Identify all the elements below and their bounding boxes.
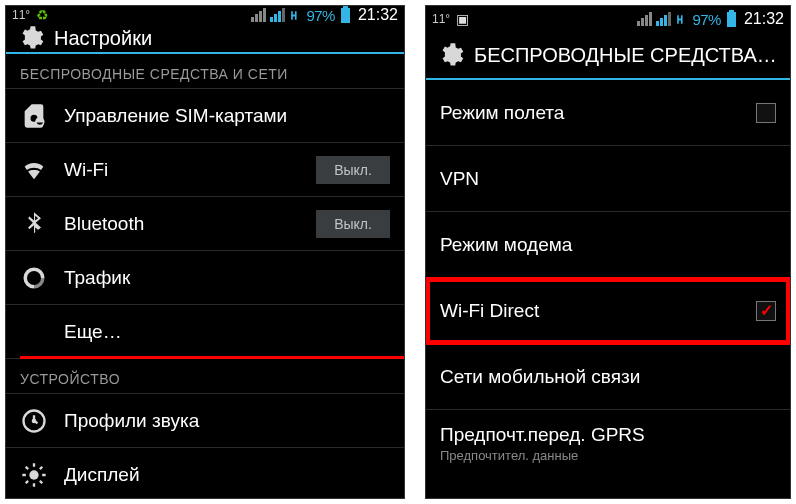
status-bar: 11° ♻ 97% 21:32 <box>6 6 404 24</box>
section-device: УСТРОЙСТВО <box>6 359 404 394</box>
section-wireless: БЕСПРОВОДНЫЕ СРЕДСТВА И СЕТИ <box>6 54 404 89</box>
sim-card-icon <box>20 102 48 130</box>
wifi-toggle[interactable]: Выкл. <box>316 156 390 184</box>
bluetooth-toggle[interactable]: Выкл. <box>316 210 390 238</box>
page-title: Настройки <box>54 27 152 50</box>
temperature: 11° <box>12 8 30 22</box>
item-sublabel: Предпочтител. данные <box>440 448 776 463</box>
item-more[interactable]: Еще… <box>6 305 404 359</box>
settings-gear-icon <box>436 41 464 69</box>
item-display[interactable]: Дисплей <box>6 448 404 499</box>
notification-recycle-icon: ♻ <box>36 8 49 22</box>
item-bluetooth[interactable]: Bluetooth Выкл. <box>6 197 404 251</box>
more-wireless-list: Режим полета VPN Режим модема Wi-Fi Dire… <box>426 80 790 476</box>
item-label: Сети мобильной связи <box>440 366 776 388</box>
svg-point-2 <box>32 418 37 423</box>
settings-list: БЕСПРОВОДНЫЕ СРЕДСТВА И СЕТИ Управление … <box>6 54 404 499</box>
item-label: Предпочт.перед. GPRS <box>440 424 776 446</box>
airplane-checkbox[interactable] <box>756 103 776 123</box>
screenshot-wireless-more: 11° ▣ 97% 21:32 БЕСПРОВОДНЫЕ СРЕДСТВА И … <box>425 5 791 499</box>
page-title: БЕСПРОВОДНЫЕ СРЕДСТВА И СЕ… <box>474 44 780 67</box>
item-label: Управление SIM-картами <box>64 105 390 127</box>
signal-sim1-icon <box>251 8 266 22</box>
item-label: Дисплей <box>64 464 390 486</box>
status-bar: 11° ▣ 97% 21:32 <box>426 6 790 32</box>
item-sound-profiles[interactable]: Профили звука <box>6 394 404 448</box>
item-label: Профили звука <box>64 410 390 432</box>
action-bar: БЕСПРОВОДНЫЕ СРЕДСТВА И СЕ… <box>426 32 790 80</box>
item-label: Режим полета <box>440 102 740 124</box>
item-wifi-direct[interactable]: Wi-Fi Direct <box>426 278 790 344</box>
item-airplane-mode[interactable]: Режим полета <box>426 80 790 146</box>
temperature: 11° <box>432 12 450 26</box>
battery-percent: 97% <box>692 11 721 28</box>
clock: 21:32 <box>744 10 784 28</box>
item-label: Wi-Fi Direct <box>440 300 740 322</box>
item-label: Режим модема <box>440 234 776 256</box>
sound-profiles-icon <box>20 407 48 435</box>
item-mobile-networks[interactable]: Сети мобильной связи <box>426 344 790 410</box>
clock: 21:32 <box>358 6 398 24</box>
action-bar: Настройки <box>6 24 404 54</box>
signal-sim2-icon <box>656 12 671 26</box>
data-hsdpa-icon <box>289 9 302 22</box>
item-label: Трафик <box>64 267 390 289</box>
wifi-direct-checkbox[interactable] <box>756 301 776 321</box>
signal-sim1-icon <box>637 12 652 26</box>
item-tethering[interactable]: Режим модема <box>426 212 790 278</box>
screenshot-settings-main: 11° ♻ 97% 21:32 Настройки БЕСПРОВОДНЫЕ С… <box>5 5 405 499</box>
item-data-usage[interactable]: Трафик <box>6 251 404 305</box>
battery-icon <box>727 12 736 27</box>
item-vpn[interactable]: VPN <box>426 146 790 212</box>
wifi-icon <box>20 156 48 184</box>
item-label: Bluetooth <box>64 213 300 235</box>
signal-sim2-icon <box>270 8 285 22</box>
item-label: Еще… <box>64 321 390 343</box>
settings-gear-icon <box>16 24 44 52</box>
battery-percent: 97% <box>306 7 335 24</box>
data-hsdpa-icon <box>675 13 688 26</box>
item-sim-management[interactable]: Управление SIM-картами <box>6 89 404 143</box>
svg-point-3 <box>29 470 38 479</box>
data-usage-icon <box>20 264 48 292</box>
item-label: Wi-Fi <box>64 159 300 181</box>
item-gprs-preference[interactable]: Предпочт.перед. GPRS Предпочтител. данны… <box>426 410 790 476</box>
battery-icon <box>341 8 350 23</box>
bluetooth-icon <box>20 210 48 238</box>
item-label: VPN <box>440 168 776 190</box>
display-icon <box>20 461 48 489</box>
screenshot-notification-icon: ▣ <box>456 11 469 27</box>
item-wifi[interactable]: Wi-Fi Выкл. <box>6 143 404 197</box>
